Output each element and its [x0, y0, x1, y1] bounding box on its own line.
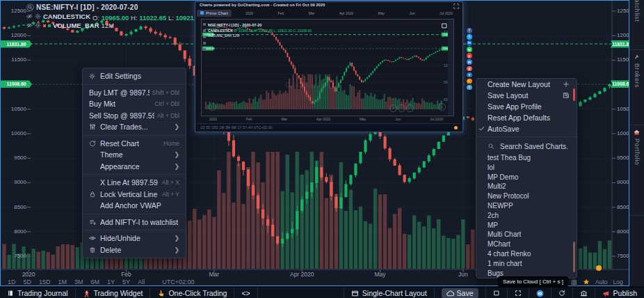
- menu-item-reset-app-defaults[interactable]: Reset App Defaults: [476, 112, 577, 123]
- share-vk-icon[interactable]: v: [467, 72, 472, 78]
- range-all[interactable]: All: [138, 279, 145, 285]
- menu-item-delete[interactable]: Delete❯: [83, 244, 186, 256]
- menu-item-theme[interactable]: Theme❯: [83, 149, 186, 161]
- menu-item-label: Sell Stop @ 9897.59: [89, 111, 154, 120]
- range-5d[interactable]: 5D: [24, 279, 32, 285]
- saved-chart-mp-demo[interactable]: MP Demo: [476, 173, 577, 182]
- saved-chart-multi-chart[interactable]: Multi Chart: [476, 230, 577, 240]
- toolbar-single-chart-layout[interactable]: Single-Chart Layout: [344, 288, 434, 298]
- share-messenger-icon[interactable]: m: [467, 59, 472, 65]
- saved-chart-new-protocol[interactable]: New Protocol: [476, 191, 577, 201]
- toolbar-trading-journal[interactable]: Trading Journal: [0, 288, 76, 298]
- menu-item-save-app-profile[interactable]: Save App Profile: [476, 101, 577, 112]
- popup-title: Charts powered by GoCharting.com - Creat…: [200, 3, 325, 7]
- menu-item-hide-unhide[interactable]: Hide/Unhide❯: [83, 233, 186, 244]
- toolbar-one-click-trading[interactable]: One-Click Trading: [150, 288, 234, 298]
- share-google-plus-icon[interactable]: g: [467, 66, 472, 72]
- log-scale-toggle[interactable]: Log: [613, 279, 623, 285]
- check-icon: [478, 125, 485, 133]
- eye-off-icon[interactable]: [26, 22, 33, 29]
- chart-footer-right: Auto Log: [571, 278, 629, 286]
- time-tick-label: Apr 2020: [290, 271, 314, 278]
- toolbar-bank-icon[interactable]: [572, 288, 595, 298]
- gear-icon[interactable]: [35, 22, 41, 29]
- price-tick-label: 12000: [1, 33, 26, 38]
- saved-chart-mchart[interactable]: MChart: [476, 240, 577, 249]
- menu-item-autosave[interactable]: AutoSave: [476, 123, 577, 134]
- gear-icon[interactable]: [35, 13, 41, 19]
- toolbar-camera-icon[interactable]: [529, 288, 551, 298]
- scroll-right-icon[interactable]: ›: [438, 103, 446, 111]
- sidebar-tab-portfolio[interactable]: Portfolio: [629, 125, 644, 216]
- toolbar-save[interactable]: Save: [434, 288, 485, 298]
- menu-item-save-layout[interactable]: Save Layout: [476, 90, 577, 101]
- range-3m[interactable]: 3M: [74, 279, 83, 285]
- sidebar-tab-brokers[interactable]: Brokers: [629, 50, 644, 125]
- saved-chart-test-thea-bug[interactable]: test Thea Bug: [476, 153, 577, 163]
- toolbar-square-icon[interactable]: [485, 288, 507, 298]
- menu-item-sell-stop-9897-59[interactable]: Sell Stop @ 9897.59Alt + Dbl: [83, 110, 186, 122]
- price-tag-upper-left: 11831.80: [1, 40, 32, 48]
- scrollbar-thumb[interactable]: [573, 88, 575, 101]
- share-reddit-icon[interactable]: r: [467, 79, 472, 84]
- timezone-label[interactable]: UTC+02:00: [162, 279, 194, 285]
- notification-dot: [596, 265, 602, 271]
- auto-scale-toggle[interactable]: Auto: [595, 279, 608, 285]
- search-circle-icon[interactable]: [26, 3, 34, 11]
- toolbar-publish[interactable]: Publish: [595, 288, 644, 298]
- chevron-right-icon: ❯: [174, 151, 179, 158]
- share-whatsapp-icon[interactable]: w: [467, 47, 472, 52]
- saved-chart-4-chart-renko[interactable]: 4 chart Renko: [476, 249, 577, 259]
- range-15d[interactable]: 15D: [39, 279, 51, 285]
- menu-group: Edit Settings: [83, 68, 186, 85]
- saved-chart-1-min-chart[interactable]: 1 min chart: [476, 259, 577, 269]
- menu-item-buy-lmt-9897-59[interactable]: Buy LMT @ 9897.59Shift + Dbl: [83, 87, 186, 99]
- menu-item-add-anchor-vwap[interactable]: Add Anchor VWAP: [83, 200, 186, 212]
- toolbar-refresh-icon[interactable]: [551, 288, 572, 298]
- saved-chart-mp[interactable]: MP: [476, 221, 577, 230]
- menu-item-clear-trades[interactable]: Clear Trades...❯: [83, 121, 186, 133]
- saved-chart-lol[interactable]: lol: [476, 163, 577, 173]
- share-twitter-icon[interactable]: t: [467, 34, 472, 40]
- saved-chart-multi2[interactable]: Multi2: [476, 182, 577, 191]
- scroll-left-icon[interactable]: ‹: [209, 103, 216, 111]
- journal-icon: [7, 290, 14, 297]
- camera-icon[interactable]: [441, 22, 448, 29]
- scrollbar-thumb[interactable]: [573, 242, 575, 272]
- toolbar-[interactable]: <>: [234, 288, 257, 298]
- menu-item-appearance[interactable]: Appearance❯: [83, 161, 186, 173]
- menu-item-x-line-at-9897-59[interactable]: X Line At 9897.59Alt + X: [83, 177, 186, 189]
- month-label: 2020: [245, 11, 253, 15]
- chevron-right-icon: ❯: [174, 235, 179, 242]
- chart-preview-popup[interactable]: Charts powered by GoCharting.com - Creat…: [195, 1, 463, 132]
- menu-item-add-nifty-i-to-watchlist[interactable]: Add NIFTY-I to watchlist: [83, 217, 186, 228]
- tab-prime-chart[interactable]: Prime Chart: [197, 10, 232, 17]
- range-1m[interactable]: 1M: [58, 279, 67, 285]
- range-6m[interactable]: 6M: [91, 279, 100, 285]
- toolbar-trading-widget[interactable]: Trading Widget: [76, 288, 151, 298]
- menu-item-create-new-layout[interactable]: Create New Layout: [476, 79, 577, 90]
- save-button-chip: Save: [442, 288, 478, 298]
- menu-item-lock-vertical-line[interactable]: Lock Vertical LineAlt + Y: [83, 189, 186, 201]
- share-pinterest-icon[interactable]: p: [467, 53, 472, 58]
- menu-item-reset-chart[interactable]: Reset ChartHome: [83, 138, 186, 150]
- sidebar-tab-watchlist[interactable]: Watchlist: [629, 0, 644, 50]
- range-1d[interactable]: 1D: [8, 279, 16, 285]
- grid-icon[interactable]: [571, 279, 577, 285]
- menu-group: Hide/Unhide❯Delete❯: [83, 230, 186, 258]
- saved-chart-2ch[interactable]: 2ch: [476, 211, 577, 221]
- share-linkedin-icon[interactable]: in: [467, 40, 472, 46]
- star-icon[interactable]: [583, 279, 590, 285]
- menu-item-edit-settings[interactable]: Edit Settings: [83, 70, 186, 82]
- range-5y[interactable]: 5Y: [122, 279, 130, 285]
- menu-item-buy-mkt[interactable]: Buy MktCtrl + Dbl: [83, 98, 186, 110]
- range-1y[interactable]: 1Y: [107, 279, 115, 285]
- saved-charts-search[interactable]: Search Saved Charts.: [476, 139, 577, 153]
- share-facebook-icon[interactable]: f: [467, 28, 472, 33]
- month-label: Jun: [395, 117, 401, 121]
- eye-off-icon[interactable]: [26, 13, 33, 19]
- time-tick-label: 2020: [22, 271, 35, 278]
- saved-chart-newpp[interactable]: NEWPP: [476, 201, 577, 211]
- share-telegram-icon[interactable]: t: [467, 85, 472, 91]
- toolbar-maximize-icon[interactable]: [507, 288, 529, 298]
